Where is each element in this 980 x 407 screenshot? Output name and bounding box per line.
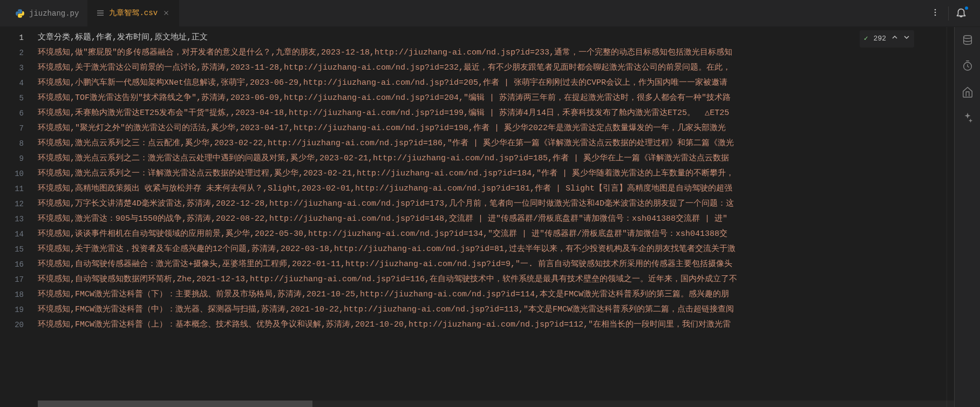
code-line[interactable]: 环境感知,自动驾驶传感器融合：激光雷达+摄像头,巫婆塔里的工程师,2022-01… [38, 257, 947, 272]
line-number: 10 [0, 166, 24, 181]
line-number: 17 [0, 272, 24, 287]
close-icon[interactable] [162, 9, 171, 17]
minimap[interactable] [947, 27, 954, 407]
tab-actions [931, 6, 980, 21]
code-area[interactable]: ✓ 292 文章分类,标题,作者,发布时间,原文地址,正文 环境感知,做"擦屁股… [38, 27, 947, 407]
line-gutter: 1 2 3 4 5 6 7 8 9 10 11 12 13 14 15 16 1… [0, 27, 38, 407]
code-line[interactable]: 环境感知,高精地图政策频出 收紧与放松并存 未来何去何从？,Slight,202… [38, 181, 947, 196]
code-line[interactable]: 环境感知,关于激光雷达，投资者及车企感兴趣的12个问题,苏清涛,2022-03-… [38, 242, 947, 257]
more-icon[interactable] [931, 8, 940, 19]
svg-point-0 [935, 9, 936, 10]
code-line[interactable]: 环境感知,自动驾驶感知数据闭环简析,Zhe,2021-12-13,http://… [38, 272, 947, 287]
code-line[interactable]: 环境感知,禾赛舱内激光雷达ET25发布会"干货"提炼,,2023-04-18,h… [38, 106, 947, 121]
code-line[interactable]: 环境感知,"聚光灯之外"的激光雷达公司的活法,奚少华,2023-04-17,ht… [38, 121, 947, 136]
line-number: 20 [0, 317, 24, 333]
code-line[interactable]: 环境感知,FMCW激光雷达科普（上）：基本概念、技术路线、优势及争议和误解,苏清… [38, 317, 947, 333]
code-line[interactable]: 环境感知,谈谈事件相机在自动驾驶领域的应用前景,奚少华,2022-05-30,h… [38, 227, 947, 242]
svg-point-2 [935, 14, 936, 16]
line-number: 11 [0, 181, 24, 196]
code-line[interactable]: 环境感知,激光雷达：905与1550的战争,苏清涛,2022-08-22,htt… [38, 212, 947, 227]
line-number: 19 [0, 302, 24, 317]
check-icon: ✓ [864, 31, 868, 46]
notifications-button[interactable] [948, 6, 974, 21]
line-number: 6 [0, 106, 24, 121]
line-number: 16 [0, 257, 24, 272]
line-number: 15 [0, 242, 24, 257]
find-widget: ✓ 292 [860, 30, 914, 48]
line-number: 12 [0, 196, 24, 212]
line-number: 1 [0, 30, 24, 45]
timer-icon[interactable] [961, 59, 974, 72]
code-line[interactable]: 环境感知,FMCW激光雷达科普（中）：激光器、探测器与扫描,苏清涛,2021-1… [38, 302, 947, 317]
line-number: 9 [0, 151, 24, 166]
line-number: 4 [0, 76, 24, 91]
code-line[interactable]: 环境感知,激光点云系列之二：激光雷达点云处理中遇到的问题及对策,奚少华,2023… [38, 151, 947, 166]
find-count: 292 [874, 31, 886, 46]
line-number: 5 [0, 91, 24, 106]
python-icon [15, 9, 25, 18]
tab-bar: jiuzhang.py 九章智驾.csv [0, 0, 980, 27]
tab-filename: 九章智驾.csv [109, 8, 158, 18]
code-line[interactable]: 环境感知,激光点云系列之三：点云配准,奚少华,2023-02-22,http:/… [38, 136, 947, 151]
code-line[interactable]: 环境感知,小鹏汽车新一代感知架构XNet信息解读,张萌宇,2023-06-29,… [38, 76, 947, 91]
find-next-icon[interactable] [903, 31, 910, 46]
code-line[interactable]: 环境感知,TOF激光雷达告别"技术路线之争",苏清涛,2023-06-09,ht… [38, 91, 947, 106]
sparkle-icon[interactable] [961, 111, 974, 124]
line-number: 7 [0, 121, 24, 136]
line-number: 13 [0, 212, 24, 227]
editor-body: 1 2 3 4 5 6 7 8 9 10 11 12 13 14 15 16 1… [0, 27, 980, 407]
code-line[interactable]: 环境感知,做"擦屁股"的多传感器融合，对开发者的意义是什么？,九章的朋友,202… [38, 45, 947, 60]
csv-icon [96, 9, 105, 17]
line-number: 8 [0, 136, 24, 151]
horizontal-scrollbar[interactable] [38, 401, 954, 407]
database-icon[interactable] [961, 33, 974, 46]
code-line[interactable]: 环境感知,万字长文讲清楚4D毫米波雷达,苏清涛,2022-12-28,http:… [38, 196, 947, 212]
line-number: 14 [0, 227, 24, 242]
tab-filename: jiuzhang.py [29, 9, 79, 18]
svg-point-1 [935, 11, 936, 13]
tab-jiuzhang-py[interactable]: jiuzhang.py [6, 0, 87, 26]
right-sidebar [954, 27, 980, 407]
line-number: 3 [0, 60, 24, 76]
code-line[interactable]: 环境感知,关于激光雷达公司前景的一点讨论,苏清涛,2023-11-28,http… [38, 60, 947, 76]
notification-dot [965, 6, 968, 10]
scrollbar-thumb[interactable] [38, 401, 312, 407]
tab-jiuzhang-csv[interactable]: 九章智驾.csv [87, 0, 179, 26]
code-line[interactable]: 环境感知,激光点云系列之一：详解激光雷达点云数据的处理过程,奚少华,2023-0… [38, 166, 947, 181]
home-icon[interactable] [961, 85, 974, 98]
code-line[interactable]: 文章分类,标题,作者,发布时间,原文地址,正文 [38, 30, 947, 45]
find-prev-icon[interactable] [891, 31, 898, 46]
line-number: 18 [0, 287, 24, 302]
line-number: 2 [0, 45, 24, 60]
code-line[interactable]: 环境感知,FMCW激光雷达科普（下）：主要挑战、前景及市场格局,苏清涛,2021… [38, 287, 947, 302]
bell-icon [955, 12, 967, 21]
